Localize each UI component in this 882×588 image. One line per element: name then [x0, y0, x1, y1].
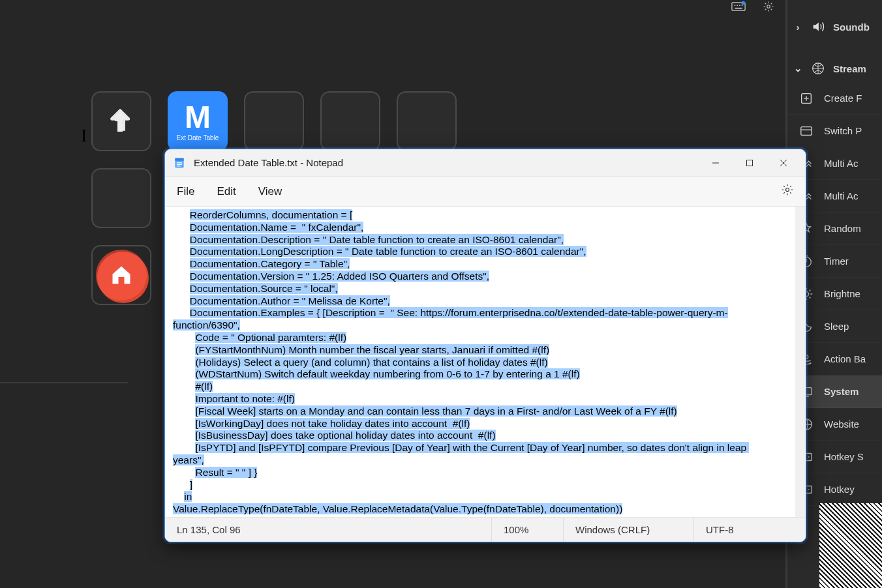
globe-grid-icon [810, 60, 827, 77]
selected-text: Value.ReplaceType(fnDateTable, Value.Rep… [173, 503, 622, 514]
maximize-button[interactable] [733, 150, 767, 176]
panel-item-label: Hotkey [824, 484, 855, 495]
tile-empty-2[interactable] [320, 91, 380, 151]
selected-text: Important to note: #(lf) [195, 393, 295, 404]
text-cursor-icon: I [81, 125, 87, 146]
panel-preview-thumb [819, 503, 882, 588]
selected-text: Code = " Optional paramters: #(lf) [195, 332, 346, 343]
notepad-statusbar: Ln 135, Col 96 100% Windows (CRLF) UTF-8 [165, 517, 806, 542]
selected-text: #(lf) [195, 381, 213, 392]
selected-text: Documentation.LongDescription = " Date t… [190, 246, 586, 257]
panel-item-label: Website [824, 419, 859, 430]
panel-section-label: Stream [833, 63, 866, 74]
panel-section-label: Soundb [833, 22, 870, 33]
svg-rect-29 [175, 158, 183, 160]
panel-item-icon [798, 90, 815, 107]
chevron-down-icon: ⌄ [793, 63, 803, 74]
panel-section-soundboard[interactable]: › Soundb [787, 13, 882, 40]
svg-point-6 [742, 1, 746, 5]
window-title: Extended Date Table.txt - Notepad [194, 157, 343, 168]
selected-text: Documentation.Examples = { [Description … [190, 307, 728, 318]
tile-up-arrow[interactable] [91, 91, 151, 151]
status-eol: Windows (CRLF) [563, 518, 693, 542]
panel-item-label: Multi Ac [824, 158, 859, 169]
tile-letter: M [185, 102, 211, 133]
panel-item-label: Sleep [824, 321, 849, 332]
svg-point-37 [786, 188, 789, 192]
svg-point-2 [737, 5, 738, 6]
selected-text: function/6390", [173, 319, 240, 331]
status-encoding: UTF-8 [693, 518, 806, 542]
tile-empty-1[interactable] [244, 91, 304, 151]
selected-text: [IsBusinessDay] does take optional holid… [195, 430, 495, 441]
panel-item-label: System [824, 386, 859, 397]
divider [0, 382, 128, 383]
svg-rect-32 [177, 166, 181, 166]
selected-text: Documentation.Source = " local", [190, 283, 338, 294]
selected-text: (FYStartMonthNum) Month number the fisca… [195, 344, 549, 355]
tile-home[interactable] [91, 245, 151, 305]
svg-rect-31 [177, 164, 182, 164]
selected-text: Result = " " ] } [195, 467, 257, 478]
selected-text: ] [190, 479, 192, 490]
panel-item-label: Hotkey S [824, 451, 864, 462]
panel-item-switch-p[interactable]: Switch P [787, 115, 882, 147]
tile-caption: Ext Date Table [177, 134, 219, 141]
panel-item-label: Action Ba [824, 353, 866, 364]
panel-item-label: Create F [824, 93, 862, 104]
svg-rect-5 [735, 8, 742, 9]
notepad-titlebar[interactable]: Extended Date Table.txt - Notepad [165, 149, 806, 177]
tile-ext-date-table[interactable]: M Ext Date Table [168, 91, 228, 151]
menu-edit[interactable]: Edit [217, 185, 236, 198]
settings-gear-icon[interactable] [781, 183, 794, 199]
svg-point-3 [739, 5, 740, 6]
selected-text: Documentation.Category = " Table", [190, 258, 350, 269]
panel-item-create-f[interactable]: Create F [787, 82, 882, 115]
home-icon [110, 263, 133, 287]
menu-file[interactable]: File [177, 185, 194, 198]
svg-rect-12 [801, 126, 812, 135]
panel-item-icon [798, 123, 815, 140]
selected-text: Documentation.Version = " 1.25: Added IS… [190, 271, 489, 282]
selected-text: ReorderColumns, documentation = [ [190, 209, 352, 220]
selected-text: [IsWorkingDay] does not take holiday dat… [195, 418, 470, 429]
panel-item-label: Switch P [824, 125, 862, 136]
status-zoom: 100% [491, 518, 563, 542]
selected-text: [IsPYTD] and [IsPFYTD] compare Previous … [195, 442, 749, 453]
panel-item-label: Brightne [824, 288, 860, 299]
svg-rect-34 [747, 160, 753, 166]
notepad-menubar: File Edit View [165, 177, 806, 207]
svg-rect-30 [177, 162, 182, 163]
gear-icon[interactable] [759, 0, 778, 13]
selected-text: Documentation.Name = " fxCalendar", [190, 222, 363, 233]
minimize-button[interactable] [699, 150, 733, 176]
selected-text: in [184, 491, 192, 502]
tile-empty-4[interactable] [91, 168, 151, 228]
panel-item-label: Timer [824, 256, 849, 267]
svg-point-4 [742, 5, 743, 6]
close-button[interactable] [767, 150, 800, 176]
selected-text: [Fiscal Week] starts on a Monday and can… [195, 405, 677, 417]
speaker-icon [810, 18, 827, 35]
panel-section-stream[interactable]: ⌄ Stream [787, 55, 882, 82]
keyboard-icon[interactable] [729, 0, 748, 13]
status-line-col: Ln 135, Col 96 [165, 518, 491, 542]
panel-item-label: Random [824, 223, 861, 234]
vertical-scrollbar[interactable] [795, 207, 806, 517]
selected-text: Documentation.Author = " Melissa de Kort… [190, 295, 390, 306]
selected-text: years", [173, 454, 204, 465]
selected-text: (WDStartNum) Switch default weekday numb… [195, 368, 579, 379]
svg-point-1 [735, 5, 736, 6]
chevron-right-icon: › [793, 22, 803, 33]
panel-item-label: Multi Ac [824, 190, 859, 201]
tile-empty-3[interactable] [397, 91, 457, 151]
notepad-app-icon [173, 156, 186, 169]
menu-view[interactable]: View [258, 185, 282, 198]
selected-text: (Holidays) Select a query (and column) t… [195, 357, 547, 368]
selected-text: Documentation.Description = " Date table… [190, 234, 564, 245]
notepad-text-area[interactable]: ReorderColumns, documentation = [ Docume… [165, 207, 806, 517]
notepad-window: Extended Date Table.txt - Notepad File E… [164, 149, 806, 542]
svg-point-7 [767, 5, 770, 8]
